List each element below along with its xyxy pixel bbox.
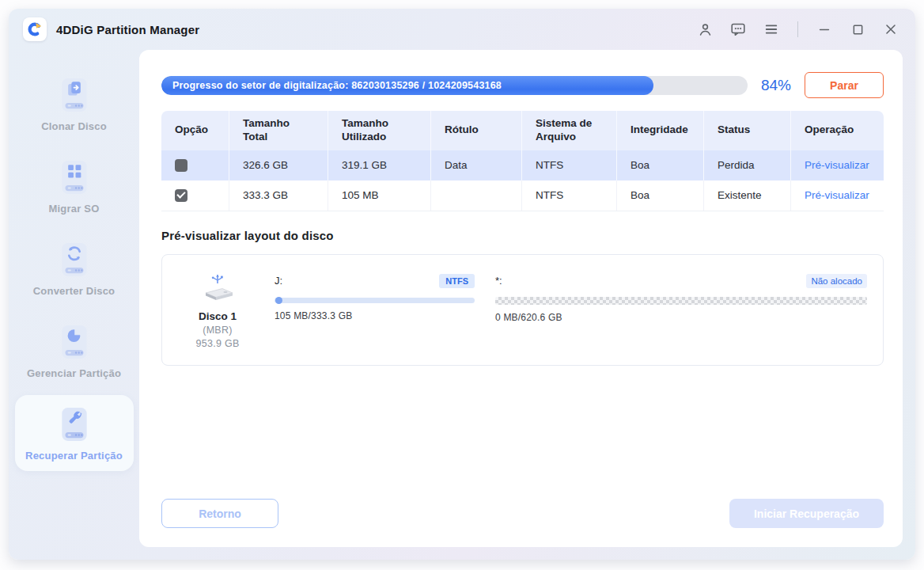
manage-partition-icon (59, 324, 89, 360)
sidebar-item-label: Gerenciar Partição (18, 367, 131, 379)
column-header: Status (704, 111, 791, 150)
column-header: Rótulo (431, 111, 522, 150)
column-header: Integridade (617, 111, 704, 150)
app-logo-icon (23, 17, 47, 41)
cell-tamanho-total: 326.6 GB (229, 150, 328, 180)
cell-integridade: Boa (617, 150, 704, 180)
table-header-row: Opção Tamanho Total Tamanho Utilizado Ró… (161, 111, 884, 150)
sidebar-item-label: Converter Disco (18, 285, 131, 297)
cell-sistema-arquivo: NTFS (522, 150, 617, 180)
sidebar-item-recuperar-particao[interactable]: Recuperar Partição (15, 395, 134, 471)
app-title: 4DDiG Partition Manager (56, 23, 199, 36)
disk-layout-panel: Disco 1 (MBR) 953.9 GB J: NTFS 105 MB/33… (161, 254, 884, 366)
sidebar-item-converter-disco[interactable]: Converter Disco (15, 230, 134, 306)
sidebar-item-label: Clonar Disco (18, 120, 131, 132)
partition-usage-text: 0 MB/620.6 GB (495, 312, 867, 323)
column-header: Sistema de Arquivo (522, 111, 617, 150)
partition-usage-text: 105 MB/333.3 GB (275, 310, 475, 321)
sidebar-item-label: Recuperar Partição (18, 450, 131, 462)
scan-progress-label: Progresso do setor de digitalização: 862… (172, 80, 502, 91)
cell-status: Perdida (704, 150, 791, 180)
preview-link[interactable]: Pré-visualizar (805, 159, 869, 171)
sidebar-item-migrar-so[interactable]: Migrar SO (15, 148, 134, 224)
sidebar: Clonar Disco Migrar SO (9, 50, 139, 560)
user-icon[interactable] (696, 21, 714, 38)
disk-preview-heading: Pré-visualizar layout do disco (161, 229, 884, 242)
row-checkbox[interactable] (175, 189, 187, 202)
partition-label: J: (275, 275, 282, 287)
table-row[interactable]: 326.6 GB 319.1 GB Data NTFS Boa Perdida … (161, 150, 884, 180)
scan-percent: 84% (748, 77, 805, 94)
maximize-icon[interactable] (849, 21, 866, 38)
filesystem-badge: NTFS (439, 274, 475, 288)
row-checkbox[interactable] (175, 159, 187, 172)
migrate-os-icon (59, 159, 89, 196)
unallocated-pattern-bar (495, 297, 867, 305)
partition-table: Opção Tamanho Total Tamanho Utilizado Ró… (161, 111, 884, 211)
clone-disk-icon (59, 77, 89, 113)
scan-progress-row: Progresso do setor de digitalização: 862… (161, 72, 884, 98)
menu-icon[interactable] (763, 21, 780, 38)
scan-progress-bar: Progresso do setor de digitalização: 862… (161, 76, 748, 95)
preview-link[interactable]: Pré-visualizar (805, 189, 869, 201)
feedback-icon[interactable] (729, 21, 747, 38)
cell-tamanho-utilizado: 319.1 GB (328, 150, 431, 180)
main-panel: Progresso do setor de digitalização: 862… (139, 50, 903, 547)
partition-label: *: (495, 275, 502, 287)
cell-sistema-arquivo: NTFS (522, 180, 617, 211)
minimize-icon[interactable] (816, 21, 833, 38)
column-header: Tamanho Utilizado (328, 111, 431, 150)
cell-status: Existente (704, 180, 791, 211)
footer-actions: Retorno Iniciar Recuperação (161, 499, 884, 528)
stop-button[interactable]: Parar (805, 72, 884, 98)
titlebar: 4DDiG Partition Manager (9, 9, 915, 50)
back-button[interactable]: Retorno (161, 499, 278, 528)
disk-name: Disco 1 (173, 310, 262, 322)
unallocated-badge: Não alocado (806, 274, 867, 288)
start-recovery-button[interactable]: Iniciar Recuperação (729, 499, 884, 528)
disk-size: 953.9 GB (173, 338, 262, 349)
partition-usage-bar (275, 298, 475, 303)
column-header: Operação (791, 111, 884, 150)
titlebar-divider (797, 21, 798, 37)
cell-integridade: Boa (617, 180, 704, 211)
table-row[interactable]: 333.3 GB 105 MB NTFS Boa Existente Pré-v… (161, 180, 884, 211)
column-header: Opção (161, 111, 229, 150)
partition-used-segment (275, 297, 282, 304)
recover-partition-icon (59, 406, 89, 443)
partition-block-unallocated: *: Não alocado 0 MB/620.6 GB (495, 274, 867, 349)
convert-disk-icon (59, 241, 89, 278)
close-icon[interactable] (882, 21, 899, 38)
scan-progress-fill: Progresso do setor de digitalização: 862… (161, 76, 653, 95)
sidebar-item-clonar-disco[interactable]: Clonar Disco (15, 66, 134, 142)
usb-drive-icon (199, 272, 236, 304)
app-window: 4DDiG Partition Manager (9, 9, 915, 560)
sidebar-item-gerenciar-particao[interactable]: Gerenciar Partição (15, 313, 134, 389)
cell-rotulo (431, 180, 522, 211)
column-header: Tamanho Total (229, 111, 328, 150)
cell-tamanho-utilizado: 105 MB (328, 180, 431, 211)
partition-block-j: J: NTFS 105 MB/333.3 GB (275, 274, 475, 349)
disk-info: Disco 1 (MBR) 953.9 GB (173, 272, 262, 349)
cell-rotulo: Data (431, 150, 522, 180)
sidebar-item-label: Migrar SO (18, 203, 131, 215)
disk-partition-style: (MBR) (173, 325, 262, 336)
cell-tamanho-total: 333.3 GB (229, 180, 328, 211)
